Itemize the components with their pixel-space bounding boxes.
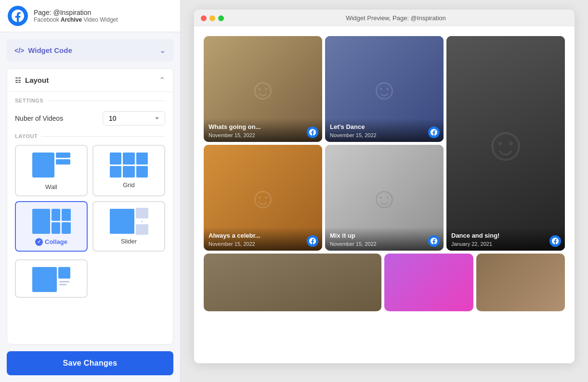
settings-group: SETTINGS <box>7 92 173 105</box>
fb-badge-1 <box>307 127 318 138</box>
layout-option-wall[interactable]: Wall <box>15 145 88 196</box>
save-changes-button[interactable]: Save Changes <box>7 351 173 375</box>
num-videos-row: Nuber of Videos 5 10 15 20 25 <box>7 105 173 131</box>
grid-thumb <box>110 153 148 178</box>
video-card-1[interactable]: ☺ Whats going on... November 15, 2022 <box>204 36 322 142</box>
card-overlay-4: Always a celebr... November 15, 2022 <box>204 227 322 251</box>
layout-option-grid[interactable]: Grid <box>92 145 165 196</box>
card-date-2: November 15, 2022 <box>330 132 439 138</box>
fb-badge-3 <box>549 235 561 247</box>
video-card-6[interactable] <box>204 254 381 311</box>
facebook-logo <box>8 6 28 26</box>
close-dot[interactable] <box>201 15 207 21</box>
widget-code-label: </> Widget Code <box>14 46 72 54</box>
header-text: Page: @Inspiration Facebook Archive Vide… <box>34 9 118 23</box>
settings-label: SETTINGS <box>15 98 165 103</box>
preview-titlebar: Widget Preview, Page: @Inspiration <box>194 10 575 26</box>
layout-option-slider[interactable]: Slider <box>92 201 165 252</box>
traffic-lights <box>201 15 224 21</box>
card-overlay-1: Whats going on... November 15, 2022 <box>204 118 322 142</box>
check-icon: ✓ <box>35 238 43 246</box>
layout-option-collage[interactable]: ✓ Collage <box>15 201 88 252</box>
card-title-2: Let's Dance <box>330 123 439 131</box>
card-title-3: Dance and sing! <box>451 232 560 240</box>
fb-badge-2 <box>428 127 440 138</box>
header-bar: Page: @Inspiration Facebook Archive Vide… <box>0 0 180 32</box>
video-card-4[interactable]: ☺ Always a celebr... November 15, 2022 <box>204 145 322 251</box>
collage-layout: ☺ Whats going on... November 15, 2022 ☺ <box>204 36 565 251</box>
featured-thumb <box>32 267 71 292</box>
wall-thumb <box>32 153 71 178</box>
preview-window: Widget Preview, Page: @Inspiration ☺ Wha… <box>194 10 575 363</box>
grid-label: Grid <box>98 181 159 189</box>
widget-code-text: Widget Code <box>28 46 72 54</box>
card-title-5: Mix it up <box>330 232 439 240</box>
widget-type: Facebook Archive Video Widget <box>34 16 118 23</box>
num-videos-label: Nuber of Videos <box>15 115 63 122</box>
card-date-1: November 15, 2022 <box>209 132 317 138</box>
right-panel: Widget Preview, Page: @Inspiration ☺ Wha… <box>181 0 588 382</box>
video-card-2[interactable]: ☺ Let's Dance November 15, 2022 <box>325 36 444 142</box>
layout-sublabel: LAYOUT <box>7 131 173 143</box>
fb-badge-4 <box>307 235 318 247</box>
collage-thumb <box>32 209 71 234</box>
minimize-dot[interactable] <box>209 15 215 21</box>
layout-grid-icon: ☷ <box>15 76 21 84</box>
layout-single-row <box>7 257 173 304</box>
layout-title: ☷ Layout <box>15 76 49 84</box>
chevron-down-icon: ⌄ <box>159 46 166 55</box>
widget-code-section[interactable]: </> Widget Code ⌄ <box>7 39 173 62</box>
page-name: Page: @Inspiration <box>34 9 118 16</box>
left-panel: Page: @Inspiration Facebook Archive Vide… <box>0 0 181 382</box>
slider-label: Slider <box>98 238 159 245</box>
code-icon: </> <box>14 47 24 54</box>
num-videos-select[interactable]: 5 10 15 20 25 <box>103 111 165 126</box>
wall-label: Wall <box>45 183 57 191</box>
layout-options-grid: Wall Grid <box>7 143 173 257</box>
preview-title: Widget Preview, Page: @Inspiration <box>224 14 568 22</box>
layout-header: ☷ Layout ⌃ <box>7 69 173 92</box>
collage-label: ✓ Collage <box>21 238 82 246</box>
card-overlay-2: Let's Dance November 15, 2022 <box>325 118 444 142</box>
layout-title-text: Layout <box>25 76 49 84</box>
card-overlay-5: Mix it up November 15, 2022 <box>325 227 444 251</box>
layout-section: ☷ Layout ⌃ SETTINGS Nuber of Videos 5 10… <box>7 68 173 344</box>
selected-check: ✓ Collage <box>35 238 67 246</box>
card-overlay-3: Dance and sing! January 22, 2021 <box>446 227 565 251</box>
video-card-5[interactable]: ☺ Mix it up November 15, 2022 <box>325 145 444 251</box>
collapse-icon[interactable]: ⌃ <box>159 76 165 85</box>
slider-thumb <box>110 209 148 234</box>
card-title-1: Whats going on... <box>209 123 317 131</box>
bottom-row <box>204 254 565 311</box>
layout-option-featured[interactable] <box>15 259 88 298</box>
maximize-dot[interactable] <box>218 15 224 21</box>
card-date-4: November 15, 2022 <box>209 241 317 247</box>
video-card-7[interactable] <box>384 254 473 311</box>
video-card-8[interactable] <box>476 254 565 311</box>
video-card-3[interactable]: ☺ Dance and sing! January 22, 2021 <box>446 36 565 251</box>
preview-content: ☺ Whats going on... November 15, 2022 ☺ <box>194 26 575 363</box>
fb-badge-5 <box>428 235 440 247</box>
card-date-3: January 22, 2021 <box>451 241 560 247</box>
card-title-4: Always a celebr... <box>209 232 317 240</box>
card-date-5: November 15, 2022 <box>330 241 439 247</box>
